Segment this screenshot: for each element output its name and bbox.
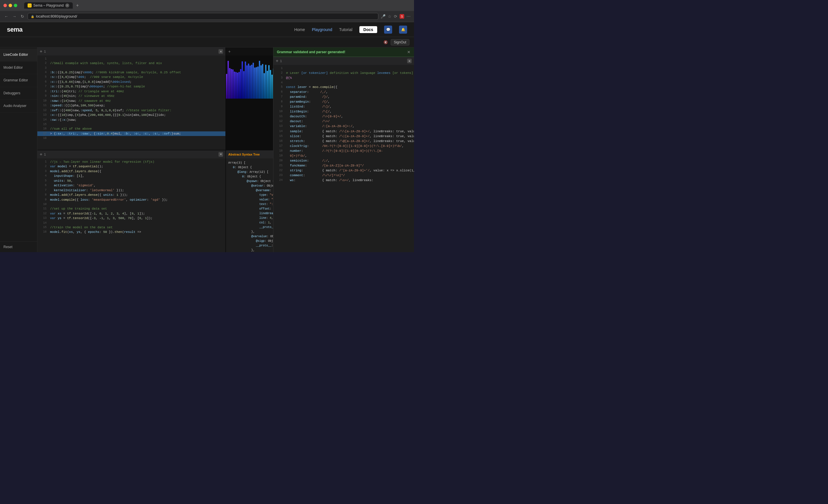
grammar-header-left: + 1 — [276, 58, 282, 64]
ast-title: Abstract Syntax Tree — [228, 153, 260, 156]
code-line-1: 1 — [37, 57, 225, 61]
app-container: sema Home Playground Tutorial Docs 💬 🔔 🔇… — [0, 22, 414, 252]
model-line-1: 1 //js – Two-layer non linear model for … — [37, 160, 225, 164]
browser-chrome: 😊 Sema – Playground ✕ + ← → ↻ 🔒 localhos… — [0, 0, 414, 22]
grammar-line-2: 2 # Lexer [or tokenizer] definition with… — [274, 71, 414, 76]
active-tab[interactable]: 😊 Sema – Playground ✕ — [24, 2, 73, 9]
livecode-close-btn[interactable]: ✕ — [218, 49, 223, 54]
grammar-line-12: 12 dacout: /\>/ — [274, 119, 414, 124]
model-editor-panel: + 1 ✕ 1 //js – Two-layer non linear mode… — [37, 151, 225, 252]
extension-icon[interactable]: S — [400, 14, 404, 19]
model-line-5: 5 units: 50, — [37, 178, 225, 183]
tab-favicon: 😊 — [28, 3, 32, 7]
grammar-code-content[interactable]: 1 2 # Lexer [or tokenizer] definition wi… — [274, 65, 414, 252]
nav-chat-icon[interactable]: 💬 — [384, 26, 392, 34]
main-content: LiveCode Editor Model Editor Grammar Edi… — [0, 47, 414, 252]
model-line-11: 11 //set up the training data set — [37, 206, 225, 211]
nav-tutorial[interactable]: Tutorial — [339, 27, 353, 32]
model-line-15: 15 //train the model on the data set — [37, 225, 225, 230]
tab-close-btn[interactable]: ✕ — [65, 3, 69, 7]
model-line-6: 6 activation: 'sigmoid', — [37, 183, 225, 188]
settings-icon[interactable]: ⋯ — [407, 14, 411, 19]
refresh-icon[interactable]: ⟳ — [394, 14, 397, 19]
model-line-8: 8 model.add(tf.layers.dense({ units: 1 }… — [37, 193, 225, 198]
code-line-11: 11 :speed::{{1}pha,100,500}uexp; — [37, 103, 225, 108]
code-line-18: 18 — [37, 136, 225, 140]
sidebar-item-livecode[interactable]: LiveCode Editor — [0, 49, 37, 61]
grammar-line-14: 14 sample: { match: /\\[a-zA-Z0-9]+/, li… — [274, 129, 414, 134]
code-line-10: 10 :saw::{14}saw; // sawwave at 4Hz — [37, 98, 225, 103]
traffic-lights — [3, 4, 17, 7]
model-header-left: + 1 — [40, 152, 46, 157]
new-tab-btn[interactable]: + — [74, 2, 81, 9]
nav-docs[interactable]: Docs — [359, 26, 377, 33]
grammar-notification-close[interactable]: ✕ — [407, 50, 411, 54]
model-line-7: 7 kernelInitialiser: 'leCunNormal' })); — [37, 188, 225, 193]
model-line-9: 9 model.compile({ loss: 'meanSquaredErro… — [37, 198, 225, 202]
nav-forward-btn[interactable]: → — [11, 14, 17, 19]
code-line-6: 6 :c::{{3,0.66}imp,{1,0.8}imp}add}\909cl… — [37, 80, 225, 85]
signout-btn[interactable]: SignOut — [391, 39, 409, 45]
grammar-notification: Grammar validated and parser generated! … — [274, 47, 414, 57]
code-line-16: 16 //sum all of the above — [37, 126, 225, 131]
nav-back-btn[interactable]: ← — [3, 14, 9, 19]
grammar-close-btn[interactable]: ✕ — [407, 59, 412, 63]
mute-btn[interactable]: 🔇 — [383, 40, 388, 44]
minimize-window-btn[interactable] — [9, 4, 12, 7]
nav-playground[interactable]: Playground — [312, 27, 332, 32]
grammar-line-10: 10 listBegin: /\[/, — [274, 109, 414, 114]
code-line-12: 12 :svf::{{400}saw,:speed, 5, 0,1,0,0}sv… — [37, 108, 225, 113]
tab-bar: 😊 Sema – Playground ✕ + — [24, 2, 81, 9]
grammar-line-16: 16 stretch: { match: /\@[a-zA-Z0-9]+/, l… — [274, 139, 414, 144]
livecode-header-left: + 1 — [40, 49, 46, 54]
livecode-add-icon[interactable]: + — [40, 49, 42, 54]
code-line-15: 15 — [37, 122, 225, 126]
model-line-14: 14 — [37, 221, 225, 225]
grammar-line-22: 22 string: { match: /'[a-zA-Z0-9]+'/, va… — [274, 168, 414, 173]
model-add-icon[interactable]: + — [40, 152, 42, 157]
app-sub-header: 🔇 SignOut — [0, 37, 414, 47]
url-text: localhost:8080/playground/ — [36, 14, 77, 18]
grammar-header-right: ✕ — [407, 59, 412, 63]
code-line-2: 2 //Small example with samples, synths, … — [37, 61, 225, 66]
microphone-icon[interactable]: 🎤 — [381, 14, 385, 19]
grammar-line-1: 1 — [274, 66, 414, 71]
grammar-line-5: 5 const lexer = moo.compile({ — [274, 85, 414, 90]
model-editor-header: + 1 ✕ — [37, 151, 225, 158]
livecode-editor-content[interactable]: 1 2 //Small example with samples, synths… — [37, 55, 225, 150]
model-editor-content[interactable]: 1 //js – Two-layer non linear model for … — [37, 158, 225, 252]
grammar-line-18: 18 number: /-?(?:[0-9]|[1-9][0-9]+)(?:\.… — [274, 149, 414, 154]
browser-toolbar-right: 🎤 ☆ ⟳ S ⋯ — [381, 14, 411, 19]
grammar-line-24: 24 ws: { match: /\s+/, lineBreaks: — [274, 178, 414, 183]
star-icon[interactable]: ☆ — [388, 14, 391, 19]
model-line-10: 10 — [37, 202, 225, 206]
sidebar-item-audio-analyser[interactable]: Audio Analyser — [0, 100, 37, 113]
app-header: sema Home Playground Tutorial Docs 💬 🔔 — [0, 22, 414, 37]
nav-notification-icon[interactable]: 🔔 — [399, 26, 407, 34]
app-logo: sema — [7, 26, 23, 33]
sidebar-item-grammar[interactable]: Grammar Editor — [0, 74, 37, 87]
sidebar: LiveCode Editor Model Editor Grammar Edi… — [0, 47, 37, 252]
grammar-line-23: 23 comment: /\/\/[^\n]*/ — [274, 173, 414, 178]
model-line-3: 3 model.add(tf.layers.dense({ — [37, 169, 225, 174]
nav-refresh-btn[interactable]: ↻ — [19, 14, 25, 19]
model-close-btn[interactable]: ✕ — [218, 152, 223, 157]
nav-home[interactable]: Home — [294, 27, 305, 32]
grammar-line-num: 1 — [280, 59, 282, 63]
livecode-line-num: 1 — [44, 50, 46, 53]
code-line-7: 7 :o::{{0.25,0.75}imp}\909open; //open-h… — [37, 84, 225, 89]
sidebar-item-model[interactable]: Model Editor — [0, 61, 37, 75]
sidebar-item-debuggers[interactable]: Debuggers — [0, 87, 37, 100]
grammar-line-11: 11 dacoutCh: /\>[0-9]+/, — [274, 114, 414, 119]
code-line-8: 8 :tri::{40}tri; // triangle wave at 40H… — [37, 89, 225, 94]
close-window-btn[interactable] — [3, 4, 7, 7]
visualizer-add-btn[interactable]: + — [228, 49, 231, 54]
code-line-14: 14 :sw::{:x:}saw; — [37, 118, 225, 123]
maximize-window-btn[interactable] — [14, 4, 17, 7]
sidebar-reset[interactable]: Reset — [0, 241, 37, 252]
code-line-9: 9 :sin::{45}sin; // sinewave at 45Hz — [37, 94, 225, 98]
grammar-line-20: 20 semicolon: /;/, — [274, 158, 414, 163]
address-bar[interactable]: 🔒 localhost:8080/playground/ — [28, 13, 378, 20]
grammar-add-icon[interactable]: + — [276, 58, 278, 64]
grammar-line-17: 17 clockTrig: /0t-?(?:[0-9]|[1-9][0-9]+)… — [274, 144, 414, 149]
